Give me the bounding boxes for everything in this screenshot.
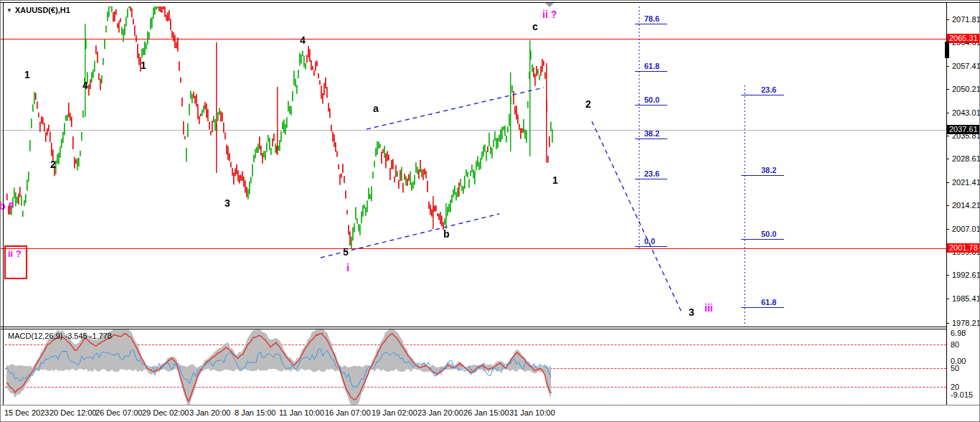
- price-tick-label: 2021.41: [952, 179, 980, 187]
- fib-level-line[interactable]: [741, 175, 784, 176]
- wave-annotation-label[interactable]: b: [443, 229, 450, 239]
- wave-annotation-label[interactable]: 2: [50, 159, 56, 169]
- wave-annotation-label[interactable]: 2: [585, 99, 591, 109]
- price-tick-label: 2043.01: [952, 109, 980, 117]
- annotation-red-box-label: ii ?: [8, 248, 22, 259]
- fib-level-line[interactable]: [741, 307, 784, 308]
- chart-top-border: [1, 2, 980, 3]
- price-tick-label: 2007.01: [952, 225, 980, 233]
- time-tick-label: 20 Dec 12:00: [50, 409, 96, 417]
- candlestick-canvas[interactable]: [1, 1, 946, 329]
- wave-annotation-label[interactable]: 4: [300, 35, 306, 45]
- fib-level-line[interactable]: [635, 246, 667, 247]
- time-tick-label: 16 Jan 07:00: [325, 409, 371, 417]
- macd-axis-label: 80: [951, 341, 959, 349]
- symbol-timeframe-label: XAUUSD(€),H1: [15, 6, 70, 14]
- panel-separator-top: [1, 327, 946, 327]
- price-marker-bar: [945, 42, 949, 58]
- macd-indicator-canvas[interactable]: [1, 329, 946, 405]
- fib-level-label: 0.0: [644, 238, 655, 245]
- fib-level-label: 23.6: [761, 86, 776, 94]
- fib-level-line[interactable]: [635, 24, 667, 24]
- price-tick-label: 2014.21: [952, 202, 980, 210]
- chart-left-border: [3, 2, 4, 405]
- fib-level-label: 38.2: [761, 167, 776, 174]
- time-tick-label: 11 Jan 10:00: [279, 409, 324, 417]
- time-tick-label: 3 Jan 20:00: [189, 409, 231, 417]
- time-tick-label: 19 Jan 02:00: [372, 409, 418, 417]
- panel-separator-bottom: [1, 329, 946, 329]
- wave-annotation-label[interactable]: 1: [141, 60, 146, 70]
- wave-annotation-label[interactable]: ii ?: [542, 9, 557, 19]
- time-axis[interactable]: 15 Dec 202320 Dec 12:0026 Dec 07:0029 De…: [1, 405, 980, 422]
- wave-annotation-label[interactable]: i: [347, 263, 349, 273]
- wave-annotation-label[interactable]: b ?: [0, 201, 14, 211]
- price-tick-label: 2050.21: [952, 85, 980, 93]
- axis-separator-line: [946, 2, 947, 405]
- macd-axis-label: -9.015: [951, 391, 973, 399]
- macd-indicator-label: MACD(12,26,9) -3.545 -1.778: [8, 332, 112, 340]
- price-tick-label: 2028.61: [952, 155, 980, 163]
- fib-level-line[interactable]: [741, 95, 784, 95]
- price-highlight-badge: 2001.78: [947, 243, 980, 253]
- fib-level-label: 78.6: [644, 15, 659, 23]
- wave-annotation-label[interactable]: 3: [689, 307, 694, 317]
- price-tick-label: 2071.81: [952, 16, 980, 24]
- fib-level-label: 23.6: [644, 170, 659, 178]
- symbol-selector[interactable]: ▼XAUUSD(€),H1: [6, 6, 70, 14]
- annotation-red-box[interactable]: ii ?: [4, 245, 27, 279]
- wave-annotation-label[interactable]: c: [532, 22, 538, 32]
- price-tick-label: 1992.61: [952, 271, 980, 279]
- price-tick-label: 2057.41: [952, 62, 980, 70]
- price-tick-label: 1985.41: [952, 295, 980, 303]
- wave-annotation-label[interactable]: iii: [705, 303, 713, 313]
- price-highlight-badge: 2065.31: [947, 34, 980, 43]
- fib-level-line[interactable]: [741, 239, 784, 240]
- price-highlight-badge: 2037.61: [947, 125, 980, 134]
- fib-level-line[interactable]: [635, 105, 667, 106]
- time-tick-label: 31 Jan 10:00: [509, 409, 555, 417]
- wave-annotation-label[interactable]: 1: [552, 175, 558, 185]
- fib-level-label: 61.8: [644, 62, 659, 70]
- wave-annotation-label[interactable]: 4: [83, 80, 88, 90]
- time-tick-label: 8 Jan 15:00: [235, 409, 276, 417]
- wave-annotation-label[interactable]: 5: [343, 247, 349, 257]
- fib-level-label: 38.2: [644, 130, 659, 138]
- time-tick-label: 29 Dec 02:00: [142, 409, 189, 417]
- wave-annotation-label[interactable]: 3: [225, 198, 230, 208]
- trading-chart-window: ▼XAUUSD(€),H1 78.661.850.038.223.60.023.…: [0, 0, 980, 422]
- fib-level-label: 61.8: [761, 299, 776, 306]
- fib-level-line[interactable]: [635, 71, 667, 72]
- fib-level-label: 50.0: [761, 230, 776, 238]
- time-tick-label: 26 Dec 07:00: [95, 409, 142, 417]
- macd-axis-label: 50: [951, 365, 959, 372]
- time-tick-label: 26 Jan 15:00: [463, 409, 509, 417]
- time-axis-border: [1, 405, 980, 405]
- time-tick-label: 23 Jan 20:00: [418, 409, 463, 417]
- wave-annotation-label[interactable]: 1: [24, 70, 30, 80]
- fib-level-label: 50.0: [644, 96, 659, 104]
- chevron-down-icon[interactable]: ▼: [6, 7, 12, 14]
- price-tick-label: 1978.21: [952, 319, 980, 327]
- fib-level-line[interactable]: [635, 179, 667, 179]
- fib-level-line[interactable]: [635, 139, 667, 139]
- wave-annotation-label[interactable]: a: [373, 103, 379, 113]
- macd-axis-label: 6.98: [951, 329, 966, 337]
- time-tick-label: 15 Dec 2023: [4, 409, 49, 417]
